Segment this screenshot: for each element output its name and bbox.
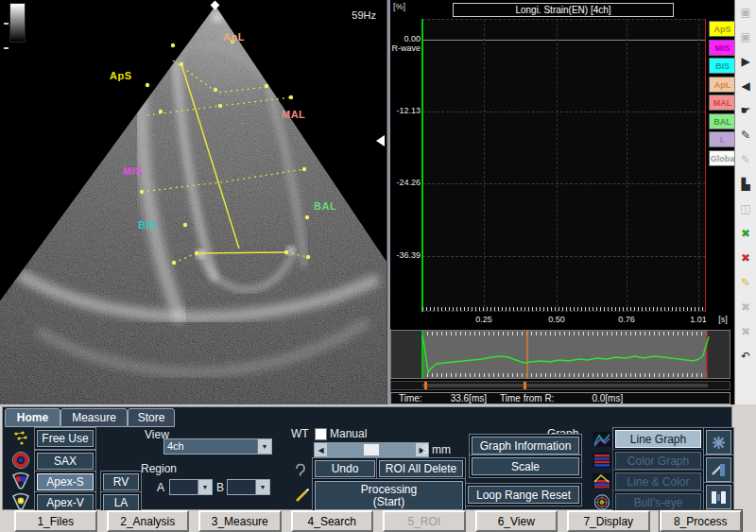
histogram-icon[interactable]: ▙ [735,178,756,191]
layout-icon[interactable]: ◫ [735,202,756,215]
layout-panels-button[interactable] [706,485,731,509]
roi-reject-icon[interactable]: ✖ [735,251,756,265]
store-image-icon[interactable]: ▣ [735,6,756,19]
pattern-tool-button[interactable] [706,430,731,455]
asterisk-icon [711,435,727,451]
play-icon[interactable]: ▶ [735,55,756,68]
delete-all-points-icon[interactable]: ✖ [735,325,756,338]
fkey-view-button[interactable]: 6_View [475,510,558,532]
zero-baseline [422,40,706,41]
wt-value-label: 8 mm [422,443,451,456]
apex-v-button[interactable]: Apex-V [37,494,94,511]
manual-checkbox[interactable] [315,428,327,440]
loop-marker-current[interactable] [524,382,526,389]
segment-label-bal: BAL [314,200,336,212]
r-wave-label: R-wave [390,43,421,53]
slider-thumb[interactable] [363,443,380,456]
x-tick-2: 0.76 [612,315,641,324]
control-panel: Home Measure Store Free Use SAX Apex-S A… [0,404,756,532]
ecg-strip[interactable] [390,330,730,379]
apex-s-button[interactable]: Apex-S [37,473,94,490]
x-tick-1: 0.50 [542,315,571,324]
store-clip-icon[interactable]: ▣ [735,30,756,43]
chevron-down-icon[interactable]: ▼ [255,480,269,494]
tab-home[interactable]: Home [5,408,60,427]
region-a-label: A [157,481,164,494]
tab-store[interactable]: Store [128,408,175,427]
loop-marker-start[interactable] [424,382,427,389]
wt-thickness-slider[interactable]: ◀ ▶ [314,442,429,457]
delete-points-icon[interactable]: ✖ [735,300,756,314]
fkey-display-button[interactable]: 7_Display [567,510,650,532]
caliper-pencil-icon[interactable]: ✎ [735,276,756,289]
line-graph-icon [593,432,611,450]
legend-bis-button[interactable]: BIS [709,58,736,74]
ear-icon [292,462,309,482]
time-value: 33.6[ms] [451,393,487,403]
legend-aps-button[interactable]: ApS [709,21,736,37]
control-panel-body: Home Measure Store Free Use SAX Apex-S A… [2,406,732,510]
legend-bal-button[interactable]: BAL [709,113,736,129]
y-tick-2: -24.26 [390,178,421,187]
undo-button[interactable]: Undo [315,460,375,477]
tab-measure[interactable]: Measure [60,408,128,427]
region-b-label: B [216,481,224,494]
region-a-dropdown[interactable]: ▼ [169,479,213,495]
fkey-analysis-button[interactable]: 2_Analysis [107,510,190,532]
rv-button[interactable]: RV [103,473,139,490]
erase-roi-icon[interactable]: ✎ [735,153,756,166]
time-from-r-value: 0.0[ms] [592,393,623,403]
processing-start-button[interactable]: Processing (Start) [315,481,463,510]
focus-depth-marker [376,135,385,146]
chevron-down-icon[interactable]: ▼ [198,480,212,494]
sax-button[interactable]: SAX [37,453,94,470]
loop-scrollbar[interactable] [390,381,730,390]
legend-l-button[interactable]: L [709,131,736,147]
y-tick-0: 0.00 [390,34,421,43]
apex-s-view-icon [10,472,31,493]
roi-all-delete-button[interactable]: ROI All Delete [379,460,463,477]
fkey-roi-button: 5_ROI [383,510,466,532]
undo-arrow-icon[interactable]: ↶ [735,350,756,363]
fkey-measure-button[interactable]: 3_Measure [198,510,282,532]
y-axis-unit: [%] [393,2,405,11]
processing-label: Processing [361,484,417,496]
legend-apl-button[interactable]: ApL [709,77,736,93]
play-reverse-icon[interactable]: ◀ [735,79,756,93]
free-use-button[interactable]: Free Use [37,430,94,447]
gain-tick [4,23,9,25]
r-wave-cursor[interactable] [421,19,423,312]
free-use-points-icon [10,430,31,450]
region-b-dropdown[interactable]: ▼ [227,479,270,495]
legend-mal-button[interactable]: MAL [709,94,736,111]
roi-approve-icon[interactable]: ✖ [735,227,756,240]
loop-scrollbar-track[interactable] [422,384,708,387]
x-axis-ruler [422,307,706,311]
graph-information-button[interactable]: Graph Information [472,437,579,455]
fkey-search-button[interactable]: 4_Search [291,510,374,532]
line-and-color-button[interactable]: Line & Color [615,472,701,490]
select-pointer-icon[interactable]: ☛ [735,104,756,117]
x-tick-3: 1.01 [684,315,713,324]
slider-left-arrow-icon[interactable]: ◀ [315,443,327,456]
scale-button[interactable]: Scale [472,457,579,475]
color-graph-button[interactable]: Color Graph [615,452,701,470]
view-dropdown[interactable]: 4ch ▼ [163,438,272,455]
pencil-icon [294,487,311,506]
loop-end-cursor[interactable] [705,19,706,312]
loop-range-reset-button[interactable]: Loop Range Reset [468,486,579,504]
probe-tool-button[interactable] [706,457,731,482]
strain-graph-panel: [%] Longi. Strain(EN) [4ch] 0.00 R-wave … [390,0,734,329]
bulls-eye-button[interactable]: Bull's-eye [615,493,701,511]
edit-roi-icon[interactable]: ✎ [735,129,756,142]
legend-mis-button[interactable]: MIS [709,40,736,56]
time-status-bar: Time: 33.6[ms] Time from R: 0.0[ms] [390,392,730,404]
line-graph-button[interactable]: Line Graph [615,430,701,448]
legend-global-button[interactable]: Globa [709,150,736,166]
fkey-process-button[interactable]: 8_Process [660,510,743,532]
segment-label-mis: MIS [123,165,143,177]
ultrasound-view[interactable]: 59Hz ApL ApS MAL MIS BAL BIS [0,0,387,404]
la-button[interactable]: LA [103,494,139,511]
chevron-down-icon[interactable]: ▼ [257,439,271,454]
fkey-files-button[interactable]: 1_Files [14,510,97,532]
